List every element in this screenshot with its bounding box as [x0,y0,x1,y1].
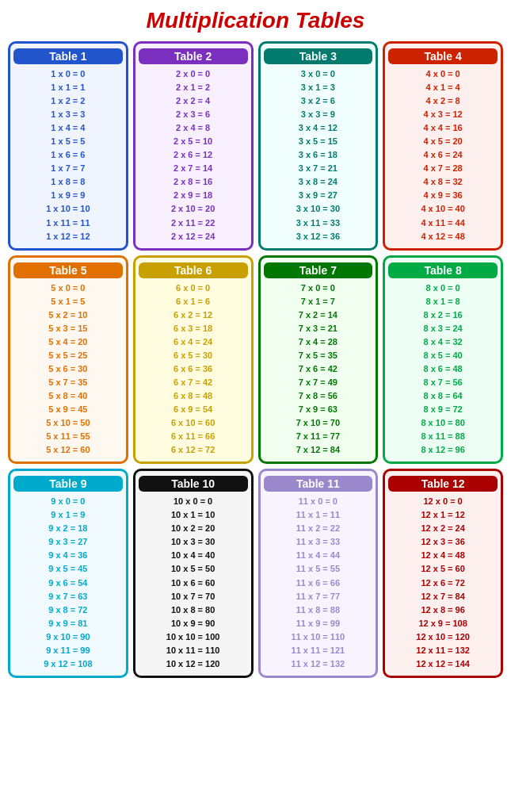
table-row: 8 x 3 = 24 [388,322,498,335]
table-body-8: 8 x 0 = 08 x 1 = 88 x 2 = 168 x 3 = 248 … [388,282,498,458]
table-row: 11 x 7 = 77 [264,590,373,603]
table-row: 12 x 1 = 12 [388,508,498,522]
table-row: 1 x 4 = 4 [13,121,123,135]
table-card-7: Table 77 x 0 = 07 x 1 = 77 x 2 = 147 x 3… [258,255,379,465]
table-header-5: Table 5 [13,262,123,278]
table-row: 7 x 11 = 77 [264,430,373,443]
table-row: 7 x 9 = 63 [264,403,373,416]
table-row: 2 x 8 = 16 [139,175,248,189]
table-row: 12 x 2 = 24 [388,522,498,535]
table-row: 6 x 1 = 6 [139,295,248,308]
table-row: 9 x 9 = 81 [13,617,123,630]
table-row: 10 x 12 = 120 [139,657,248,671]
table-row: 3 x 5 = 15 [264,135,373,148]
table-body-5: 5 x 0 = 05 x 1 = 55 x 2 = 105 x 3 = 155 … [13,282,123,458]
table-row: 7 x 6 = 42 [264,362,373,376]
table-row: 12 x 6 = 72 [388,576,498,590]
table-row: 1 x 0 = 0 [13,67,123,81]
table-row: 12 x 10 = 120 [388,630,498,644]
table-row: 12 x 8 = 96 [388,603,498,617]
table-row: 4 x 8 = 32 [388,175,498,189]
table-row: 10 x 1 = 10 [139,508,248,522]
table-header-11: Table 11 [264,476,373,492]
table-row: 6 x 10 = 60 [139,416,248,430]
table-row: 8 x 12 = 96 [388,443,498,457]
table-row: 8 x 8 = 64 [388,389,498,403]
table-card-11: Table 1111 x 0 = 011 x 1 = 1111 x 2 = 22… [258,469,379,678]
table-row: 11 x 5 = 55 [264,562,373,576]
table-row: 10 x 8 = 80 [139,603,248,617]
table-row: 10 x 7 = 70 [139,590,248,603]
table-row: 8 x 0 = 0 [388,282,498,295]
table-row: 12 x 9 = 108 [388,617,498,630]
table-row: 7 x 4 = 28 [264,335,373,349]
table-row: 6 x 6 = 36 [139,362,248,376]
table-row: 9 x 0 = 0 [13,495,123,508]
table-row: 11 x 6 = 66 [264,576,373,590]
table-row: 6 x 0 = 0 [139,282,248,295]
table-row: 2 x 11 = 22 [139,216,248,230]
table-card-2: Table 22 x 0 = 02 x 1 = 22 x 2 = 42 x 3 … [133,41,254,251]
table-row: 11 x 4 = 44 [264,549,373,562]
table-header-6: Table 6 [139,262,248,278]
table-header-7: Table 7 [264,262,373,278]
table-row: 4 x 1 = 4 [388,81,498,94]
table-body-3: 3 x 0 = 03 x 1 = 33 x 2 = 63 x 3 = 93 x … [264,67,373,243]
table-row: 5 x 1 = 5 [13,295,123,308]
table-row: 9 x 1 = 9 [13,508,123,522]
table-row: 3 x 2 = 6 [264,94,373,108]
table-row: 12 x 7 = 84 [388,590,498,603]
table-row: 11 x 2 = 22 [264,522,373,535]
table-row: 6 x 5 = 30 [139,349,248,362]
table-row: 9 x 8 = 72 [13,603,123,617]
table-row: 4 x 5 = 20 [388,135,498,148]
table-row: 6 x 7 = 42 [139,376,248,389]
table-row: 6 x 4 = 24 [139,335,248,349]
table-row: 1 x 9 = 9 [13,189,123,202]
table-row: 5 x 12 = 60 [13,443,123,457]
table-row: 1 x 11 = 11 [13,216,123,230]
table-header-8: Table 8 [388,262,498,278]
table-row: 9 x 10 = 90 [13,630,123,644]
table-row: 6 x 9 = 54 [139,403,248,416]
table-card-3: Table 33 x 0 = 03 x 1 = 33 x 2 = 63 x 3 … [258,41,379,251]
table-row: 3 x 4 = 12 [264,121,373,135]
table-header-1: Table 1 [13,48,123,64]
table-row: 1 x 10 = 10 [13,202,123,216]
table-row: 1 x 5 = 5 [13,135,123,148]
table-row: 11 x 8 = 88 [264,603,373,617]
table-row: 3 x 7 = 21 [264,162,373,175]
table-row: 10 x 2 = 20 [139,522,248,535]
table-row: 10 x 11 = 110 [139,644,248,657]
table-card-12: Table 1212 x 0 = 012 x 1 = 1212 x 2 = 24… [383,469,503,678]
table-row: 11 x 10 = 110 [264,630,373,644]
table-row: 6 x 11 = 66 [139,430,248,443]
table-row: 4 x 7 = 28 [388,162,498,175]
table-row: 2 x 5 = 10 [139,135,248,148]
table-row: 8 x 1 = 8 [388,295,498,308]
table-card-4: Table 44 x 0 = 04 x 1 = 44 x 2 = 84 x 3 … [383,41,503,251]
table-body-6: 6 x 0 = 06 x 1 = 66 x 2 = 126 x 3 = 186 … [139,282,248,458]
table-card-10: Table 1010 x 0 = 010 x 1 = 1010 x 2 = 20… [133,469,254,678]
table-body-7: 7 x 0 = 07 x 1 = 77 x 2 = 147 x 3 = 217 … [264,282,373,458]
table-row: 12 x 11 = 132 [388,644,498,657]
table-row: 3 x 8 = 24 [264,175,373,189]
table-row: 8 x 9 = 72 [388,403,498,416]
table-card-8: Table 88 x 0 = 08 x 1 = 88 x 2 = 168 x 3… [383,255,503,465]
table-header-12: Table 12 [388,476,498,492]
table-row: 12 x 4 = 48 [388,549,498,562]
table-row: 5 x 9 = 45 [13,403,123,416]
table-row: 4 x 12 = 48 [388,230,498,243]
table-row: 3 x 9 = 27 [264,189,373,202]
table-row: 1 x 8 = 8 [13,175,123,189]
table-row: 1 x 3 = 3 [13,108,123,121]
table-row: 3 x 6 = 18 [264,148,373,162]
table-header-9: Table 9 [13,476,123,492]
table-row: 6 x 12 = 72 [139,443,248,457]
table-row: 2 x 2 = 4 [139,94,248,108]
table-row: 6 x 8 = 48 [139,389,248,403]
table-row: 2 x 0 = 0 [139,67,248,81]
table-row: 4 x 0 = 0 [388,67,498,81]
table-row: 10 x 5 = 50 [139,562,248,576]
table-row: 1 x 1 = 1 [13,81,123,94]
